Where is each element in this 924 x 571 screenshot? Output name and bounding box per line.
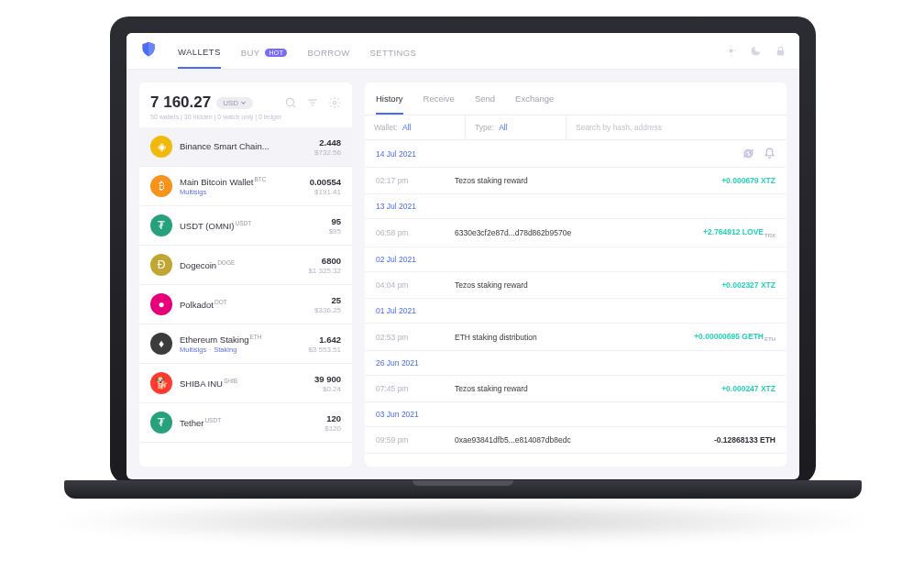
tab-history[interactable]: History: [376, 82, 403, 115]
svg-rect-5: [777, 50, 785, 55]
wallet-tag: BTC: [254, 176, 266, 182]
nav-buy-label: BUY: [241, 48, 260, 58]
nav-buy[interactable]: BUY HOT: [241, 35, 288, 68]
balance-meta: 50 wallets | 30 hidden | 0 watch only | …: [139, 114, 352, 127]
refresh-icon[interactable]: [742, 148, 754, 159]
tx-date-label: 02 Jul 2021: [376, 255, 416, 264]
wallet-info: PolkadotDOT: [180, 299, 227, 311]
wallet-amount: 0.00554$191.41: [310, 177, 341, 196]
tx-desc: Tezos staking reward: [455, 384, 528, 393]
tx-row[interactable]: 02:17 pmTezos staking reward+0.000679 XT…: [365, 168, 786, 194]
nav-borrow[interactable]: BORROW: [307, 35, 349, 68]
tx-desc: Tezos staking reward: [455, 280, 528, 290]
tx-time: 09:59 pm: [376, 435, 455, 445]
total-balance: 7 160.27: [150, 93, 211, 112]
filter-type-label: Type:: [475, 123, 494, 132]
wallet-row[interactable]: 🐕SHIBA INUSHIB39 900$0.24: [139, 364, 352, 403]
tx-amount: +0.000247 XTZ: [721, 384, 776, 393]
tx-date-header: 14 Jul 2021: [365, 140, 786, 168]
coin-icon: ₮: [150, 412, 172, 434]
filter-icon[interactable]: [306, 96, 319, 109]
wallets-panel: 7 160.27 USD 50 wallets | 30 hidden | 0 …: [139, 82, 352, 467]
tx-amount: +0.002327 XTZ: [721, 280, 776, 290]
tx-desc: 0xae93841dfb5...e814087db8edc: [455, 435, 571, 445]
filter-wallet-label: Wallet:: [374, 123, 398, 132]
wallet-amount: 2.448$732.56: [314, 137, 341, 157]
wallet-amount: 6800$1 325.32: [308, 256, 341, 275]
filter-type-value: All: [499, 123, 507, 132]
nav-settings[interactable]: SETTINGS: [370, 35, 417, 68]
wallet-tag: USDT: [235, 220, 251, 226]
currency-selector[interactable]: USD: [216, 97, 253, 109]
wallet-row[interactable]: ◈Binance Smart Chain...2.448$732.56: [139, 127, 352, 167]
tx-row[interactable]: 07:45 pmTezos staking reward+0.000247 XT…: [365, 376, 786, 402]
wallet-amount: 25$336.25: [314, 295, 341, 314]
tx-date-label: 13 Jul 2021: [376, 202, 416, 211]
coin-icon: ◈: [150, 136, 172, 158]
wallet-info: SHIBA INUSHIB: [180, 378, 237, 390]
tx-date-label: 26 Jun 2021: [376, 358, 419, 368]
wallet-row[interactable]: ₿Main Bitcoin WalletBTCMultisigs0.00554$…: [139, 167, 352, 206]
wallet-name: Main Bitcoin WalletBTC: [180, 176, 266, 188]
tx-row[interactable]: 02:53 pmETH staking distribution+0.00000…: [365, 324, 786, 352]
wallet-row[interactable]: ●PolkadotDOT25$336.25: [139, 285, 352, 324]
filter-wallet[interactable]: Wallet: All: [365, 115, 466, 139]
wallet-row[interactable]: ₮USDT (OMNI)USDT95$95: [139, 206, 352, 246]
filter-wallet-value: All: [402, 123, 411, 132]
wallet-name: Binance Smart Chain...: [180, 141, 270, 151]
wallet-meta: Multisigs·Staking: [180, 346, 262, 354]
tx-amount: +0.00000695 GETHETH: [694, 332, 776, 343]
tab-send[interactable]: Send: [475, 82, 495, 115]
wallet-row[interactable]: ₮TetherUSDT120$120: [139, 403, 352, 443]
wallet-row[interactable]: ÐDogecoinDOGE6800$1 325.32: [139, 246, 352, 285]
tab-exchange[interactable]: Exchange: [515, 82, 554, 115]
tx-row[interactable]: 06:58 pm6330e3cf2e87d...d78d862b9570e+2.…: [365, 219, 786, 247]
wallet-amount: 120$120: [324, 413, 341, 433]
wallet-amount: 1.642$3 553.51: [308, 335, 341, 354]
filter-type[interactable]: Type: All: [466, 115, 566, 139]
tx-time: 06:58 pm: [376, 228, 455, 237]
svg-point-0: [729, 49, 732, 52]
tx-desc: 6330e3cf2e87d...d78d862b9570e: [455, 228, 571, 237]
tx-date-label: 01 Jul 2021: [376, 306, 416, 315]
currency-label: USD: [223, 99, 238, 107]
wallet-tag: ETH: [250, 334, 262, 340]
tab-receive[interactable]: Receive: [424, 82, 455, 115]
wallet-row[interactable]: ♦Ethereum StakingETHMultisigs·Staking1.6…: [139, 324, 352, 364]
tx-date-header: 26 Jun 2021: [365, 351, 786, 376]
coin-icon: ●: [150, 293, 172, 315]
wallet-info: Main Bitcoin WalletBTCMultisigs: [180, 176, 266, 197]
wallet-amount: 39 900$0.24: [314, 374, 341, 393]
tx-date-header: 13 Jul 2021: [365, 194, 786, 219]
svg-line-7: [292, 104, 295, 107]
wallet-name: Ethereum StakingETH: [180, 334, 262, 346]
coin-icon: ₿: [150, 175, 172, 197]
sun-icon[interactable]: [725, 45, 737, 57]
moon-icon[interactable]: [750, 45, 762, 57]
search-icon[interactable]: [284, 96, 297, 109]
hot-badge: HOT: [265, 49, 287, 57]
svg-point-6: [286, 98, 293, 105]
wallet-tag: USDT: [204, 417, 221, 423]
transactions-panel: History Receive Send Exchange Wallet: Al…: [365, 82, 786, 467]
lock-icon[interactable]: [775, 45, 786, 57]
chevron-down-icon: [240, 100, 247, 106]
wallet-name: PolkadotDOT: [180, 299, 227, 311]
tx-desc: Tezos staking reward: [455, 176, 528, 185]
search-input[interactable]: [576, 123, 777, 132]
gear-icon[interactable]: [328, 96, 341, 109]
tx-desc: ETH staking distribution: [455, 333, 537, 342]
wallet-name: TetherUSDT: [180, 417, 221, 429]
tx-row[interactable]: 04:04 pmTezos staking reward+0.002327 XT…: [365, 272, 786, 299]
bell-icon[interactable]: [764, 148, 776, 159]
tx-time: 02:17 pm: [376, 176, 455, 185]
tx-date-header: 02 Jul 2021: [365, 247, 786, 272]
wallet-name: SHIBA INUSHIB: [180, 378, 237, 390]
wallet-info: TetherUSDT: [180, 417, 221, 429]
wallet-meta: Multisigs: [180, 188, 266, 196]
nav-wallets[interactable]: WALLETS: [178, 34, 221, 69]
tx-row[interactable]: 09:59 pm0xae93841dfb5...e814087db8edc-0.…: [365, 427, 786, 454]
coin-icon: 🐕: [150, 372, 172, 394]
tx-time: 04:04 pm: [376, 280, 455, 290]
wallet-name: DogecoinDOGE: [180, 259, 235, 271]
